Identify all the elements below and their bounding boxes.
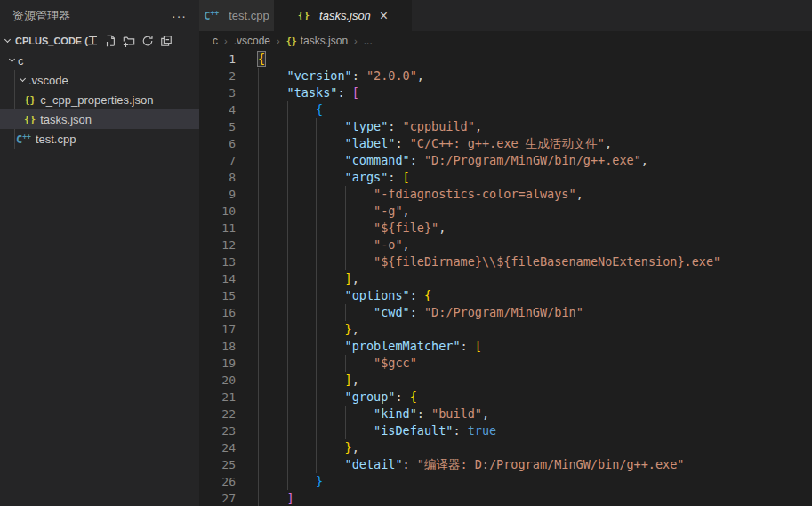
breadcrumb-item[interactable]: c <box>213 35 218 47</box>
code-line-content: { <box>258 101 812 118</box>
indent-guide <box>258 220 259 237</box>
tree-item--vscode[interactable]: .vscode <box>0 70 199 90</box>
code-line-content: "args": [ <box>258 169 812 186</box>
code-line-content: "${file}", <box>258 220 812 237</box>
indent-guide <box>258 456 259 473</box>
code-line[interactable]: 6 "label": "C/C++: g++.exe 生成活动文件", <box>199 135 812 152</box>
code-line[interactable]: 7 "command": "D:/Program/MinGW/bin/g++.e… <box>199 152 812 169</box>
code-line[interactable]: 13 "${fileDirname}\\${fileBasenameNoExte… <box>199 253 812 270</box>
code-line[interactable]: 1{ <box>199 51 812 68</box>
code-lines[interactable]: 1{2 "version": "2.0.0",3 "tasks": [4 {5 … <box>199 51 812 506</box>
code-line-content: "-fdiagnostics-color=always", <box>258 186 812 203</box>
indent-guide <box>287 372 288 389</box>
indent-guide <box>258 152 259 169</box>
breadcrumb-item-label: ... <box>364 35 373 47</box>
breadcrumb-separator: › <box>224 36 228 46</box>
code-line-content: "isDefault": true <box>258 422 812 439</box>
code-line[interactable]: 16 "cwd": "D:/Program/MinGW/bin" <box>199 304 812 321</box>
indent-guide <box>258 253 259 270</box>
code-line[interactable]: 23 "isDefault": true <box>199 422 812 439</box>
workspace-section-header[interactable]: CPLUS_CODE (工作... <box>0 31 199 51</box>
code-line[interactable]: 5 "type": "cppbuild", <box>199 118 812 135</box>
tab-bar: C++test.cpp{}tasks.json× <box>199 0 812 31</box>
code-line[interactable]: 27 ] <box>199 490 812 506</box>
new-file-icon[interactable] <box>104 35 117 47</box>
code-line[interactable]: 9 "-fdiagnostics-color=always", <box>199 186 812 203</box>
code-line-content: "problemMatcher": [ <box>258 338 812 355</box>
code-line[interactable]: 22 "kind": "build", <box>199 406 812 422</box>
line-number: 4 <box>199 101 236 118</box>
indent-guide <box>316 152 317 169</box>
code-line-content: "group": { <box>258 389 812 406</box>
code-line[interactable]: 4 { <box>199 101 812 118</box>
indent-guide <box>287 270 288 287</box>
code-line[interactable]: 26 } <box>199 473 812 490</box>
code-line[interactable]: 15 "options": { <box>199 287 812 304</box>
code-line-content: "$gcc" <box>258 355 812 372</box>
line-number: 18 <box>199 338 236 355</box>
indent-guide <box>287 355 288 372</box>
tree-item-c-cpp-properties-json[interactable]: {}c_cpp_properties.json <box>0 90 199 109</box>
line-number: 26 <box>199 473 236 490</box>
code-line[interactable]: 12 "-o", <box>199 237 812 253</box>
indent-guide <box>345 253 346 270</box>
code-line[interactable]: 17 }, <box>199 321 812 338</box>
indent-guide <box>287 101 288 118</box>
code-line[interactable]: 25 "detail": "编译器: D:/Program/MinGW/bin/… <box>199 456 812 473</box>
code-line[interactable]: 2 "version": "2.0.0", <box>199 68 812 84</box>
tree-item-tasks-json[interactable]: {}tasks.json <box>0 109 199 129</box>
breadcrumb-item-label: .vscode <box>234 35 270 47</box>
code-line[interactable]: 10 "-g", <box>199 203 812 220</box>
indent-guide <box>316 287 317 304</box>
line-number: 1 <box>199 51 236 68</box>
code-line[interactable]: 24 }, <box>199 439 812 456</box>
tree-item-test-cpp[interactable]: C++test.cpp <box>0 129 199 149</box>
indent-guide <box>316 270 317 287</box>
breadcrumb-item[interactable]: {}tasks.json <box>286 35 348 47</box>
collapse-all-icon[interactable] <box>160 35 173 47</box>
line-number: 11 <box>199 220 236 237</box>
indent-guide <box>316 237 317 253</box>
indent-guide <box>345 422 346 439</box>
line-number: 8 <box>199 169 236 186</box>
tab-tasks-json[interactable]: {}tasks.json× <box>274 0 412 31</box>
indent-guide <box>287 422 288 439</box>
refresh-icon[interactable] <box>141 35 154 47</box>
code-line[interactable]: 19 "$gcc" <box>199 355 812 372</box>
code-line[interactable]: 18 "problemMatcher": [ <box>199 338 812 355</box>
indent-guide <box>287 287 288 304</box>
line-number: 21 <box>199 389 236 406</box>
code-line[interactable]: 14 ], <box>199 270 812 287</box>
indent-guide <box>287 118 288 135</box>
line-number: 14 <box>199 270 236 287</box>
line-number: 15 <box>199 287 236 304</box>
indent-guide <box>258 186 259 203</box>
line-number: 13 <box>199 253 236 270</box>
indent-guide <box>258 338 259 355</box>
code-line[interactable]: 20 ], <box>199 372 812 389</box>
close-icon[interactable]: × <box>380 9 388 23</box>
breadcrumb-separator: › <box>354 36 358 46</box>
more-actions-icon[interactable]: ··· <box>172 9 187 23</box>
indent-guide <box>316 406 317 422</box>
code-line[interactable]: 21 "group": { <box>199 389 812 406</box>
line-number: 6 <box>199 135 236 152</box>
code-line-content: "type": "cppbuild", <box>258 118 812 135</box>
breadcrumb-item[interactable]: .vscode <box>234 35 270 47</box>
explorer-actions <box>104 35 173 47</box>
json-icon: {} <box>24 94 36 106</box>
code-line[interactable]: 8 "args": [ <box>199 169 812 186</box>
code-line-content: "version": "2.0.0", <box>258 68 812 84</box>
tree-item-c[interactable]: c <box>0 51 199 70</box>
indent-guide <box>258 169 259 186</box>
tab-test-cpp[interactable]: C++test.cpp <box>199 0 274 31</box>
breadcrumb-item[interactable]: ... <box>364 35 373 47</box>
new-folder-icon[interactable] <box>123 35 135 47</box>
indent-guide <box>316 135 317 152</box>
code-line[interactable]: 3 "tasks": [ <box>199 84 812 101</box>
explorer-title: 资源管理器 <box>12 8 70 24</box>
indent-guide <box>287 304 288 321</box>
breadcrumb-separator: › <box>277 36 280 46</box>
code-line[interactable]: 11 "${file}", <box>199 220 812 237</box>
code-line-content: ], <box>258 270 812 287</box>
